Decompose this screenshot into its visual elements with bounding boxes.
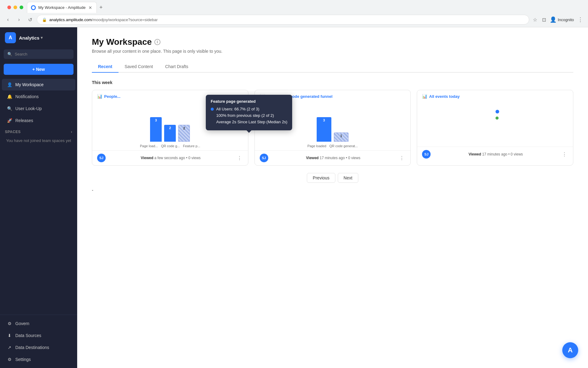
chevron-down-icon: ▾: [41, 36, 43, 40]
page-subtitle: Browse all your content in one place. Th…: [92, 49, 573, 54]
tooltip: Feature page generated All Users: 66.7% …: [206, 95, 292, 130]
gear-icon: ⚙: [7, 357, 12, 362]
address-bar-icons: ☆ ⊡ 👤 Incognito ⋮: [532, 15, 584, 24]
card-2-labels: Page loaded QR code generat...: [255, 143, 411, 150]
card-3-labels: [417, 143, 573, 147]
card-1-title[interactable]: People...: [104, 94, 120, 99]
rocket-icon: 🚀: [7, 118, 12, 123]
tooltip-row-2: 100% from previous step (2 of 2): [211, 113, 287, 118]
reload-button[interactable]: ↺: [26, 15, 34, 24]
page-header: My Workspace i Browse all your content i…: [92, 37, 573, 54]
card-3-footer-left: SJ: [422, 150, 431, 159]
app: A Analytics ▾ 🔍 Search + New 👤 My Worksp…: [0, 27, 588, 368]
address-bar: ‹ › ↺ 🔒 analytics.amplitude.com/moodjoy/…: [0, 13, 588, 27]
card-3-more-button[interactable]: ⋮: [561, 150, 568, 159]
cards-grid: 📊 People... 3 2 2: [92, 90, 573, 166]
sidebar-item-settings[interactable]: ⚙ Settings: [2, 354, 75, 365]
page-title: My Workspace i: [92, 37, 573, 47]
chart-icon-3: 📊: [422, 94, 427, 99]
sidebar-bottom: ⚙ Govern ⬇ Data Sources ↗ Data Destinati…: [0, 315, 77, 368]
data-sources-icon: ⬇: [7, 333, 12, 338]
bookmark-button[interactable]: ☆: [532, 16, 538, 24]
sidebar-logo[interactable]: A: [5, 32, 16, 43]
chart-icon: 📊: [97, 94, 102, 99]
bar-feature-page: 2: [178, 125, 190, 142]
sidebar-item-data-destinations[interactable]: ↗ Data Destinations: [2, 342, 75, 353]
back-button[interactable]: ‹: [4, 15, 12, 24]
tab-favicon: [31, 5, 36, 10]
sidebar-item-user-lookup[interactable]: 🔍 User Look-Up: [2, 103, 75, 114]
chevron-right-icon: ›: [71, 130, 73, 134]
data-destinations-icon: ↗: [7, 345, 12, 350]
sidebar-item-releases[interactable]: 🚀 Releases: [2, 115, 75, 126]
search-icon: 🔍: [7, 52, 12, 56]
browser-chrome: My Workspace - Amplitude ✕ + ‹ › ↺ 🔒 ana…: [0, 0, 588, 27]
card-2-viewed: Viewed 17 minutes ago • 0 views: [306, 156, 360, 160]
card-1-labels: Page load... QR code g... Feature p...: [92, 143, 248, 150]
sidebar-item-my-workspace[interactable]: 👤 My Workspace: [2, 79, 75, 90]
window-maximize-btn[interactable]: [20, 6, 23, 9]
card-all-events: 📊 All events today: [417, 90, 573, 166]
avatar-3: SJ: [422, 150, 431, 159]
card-2-footer-left: SJ: [260, 154, 268, 162]
tooltip-row-1: All Users: 66.7% (2 of 3): [211, 107, 287, 111]
user-search-icon: 🔍: [7, 106, 12, 111]
window-minimize-btn[interactable]: [13, 6, 17, 9]
tooltip-title: Feature page generated: [211, 99, 287, 104]
new-tab-button[interactable]: +: [97, 3, 105, 12]
new-button[interactable]: + New: [4, 64, 74, 75]
content-tabs: Recent Saved Content Chart Drafts: [92, 61, 573, 73]
sidebar-item-notifications[interactable]: 🔔 Notifications: [2, 91, 75, 102]
tab-close-btn[interactable]: ✕: [88, 5, 93, 11]
previous-button[interactable]: Previous: [307, 173, 335, 183]
address-input[interactable]: 🔒 analytics.amplitude.com/moodjoy/worksp…: [37, 15, 529, 25]
person-icon: 👤: [7, 82, 12, 87]
browser-menu-button[interactable]: ⋮: [576, 15, 584, 24]
bar-page-loaded: 3: [150, 117, 162, 142]
sidebar-app-name[interactable]: Analytics ▾: [19, 35, 43, 40]
bar-qr-generated: 1: [334, 132, 349, 142]
card-2-footer: SJ Viewed 17 minutes ago • 0 views ⋮: [255, 150, 411, 165]
info-icon[interactable]: i: [154, 39, 160, 45]
sidebar: A Analytics ▾ 🔍 Search + New 👤 My Worksp…: [0, 27, 77, 368]
dot-green: [496, 117, 499, 120]
tooltip-row-3: Average 2s Since Last Step (Median 2s): [211, 120, 287, 124]
sidebar-header: A Analytics ▾: [0, 27, 77, 48]
card-3-chart: [417, 100, 573, 143]
dot-blue: [496, 110, 499, 113]
card-1-more-button[interactable]: ⋮: [236, 154, 243, 162]
bell-icon: 🔔: [7, 94, 12, 99]
tab-recent[interactable]: Recent: [92, 61, 119, 73]
tab-saved-content[interactable]: Saved Content: [119, 61, 159, 73]
bar-qr-code: 2: [164, 125, 176, 142]
forward-button[interactable]: ›: [15, 15, 23, 24]
tooltip-dot: [211, 108, 214, 111]
avatar: SJ: [97, 154, 106, 162]
card-2-more-button[interactable]: ⋮: [398, 154, 405, 162]
search-bar[interactable]: 🔍 Search: [4, 49, 74, 59]
spaces-section-header[interactable]: SPACES ›: [0, 127, 77, 135]
active-tab[interactable]: My Workspace - Amplitude ✕: [27, 2, 97, 13]
pagination: Previous Next: [92, 173, 573, 183]
sidebar-item-govern[interactable]: ⚙ Govern: [2, 318, 75, 329]
bar-page-loaded-2: 3: [317, 117, 331, 142]
dash-separator: -: [92, 188, 573, 193]
sidebar-item-data-sources[interactable]: ⬇ Data Sources: [2, 330, 75, 341]
window-controls: [4, 3, 27, 12]
main-content: My Workspace i Browse all your content i…: [77, 27, 588, 368]
next-button[interactable]: Next: [338, 173, 358, 183]
sidebar-nav: 👤 My Workspace 🔔 Notifications 🔍 User Lo…: [0, 77, 77, 315]
tooltip-pointer: [247, 130, 251, 133]
card-3-title[interactable]: All events today: [429, 94, 460, 99]
card-3-footer: SJ Viewed 17 minutes ago • 0 views ⋮: [417, 147, 573, 162]
card-1-viewed: Viewed a few seconds ago • 0 views: [141, 156, 201, 160]
window-close-btn[interactable]: [7, 6, 11, 9]
tab-chart-drafts[interactable]: Chart Drafts: [159, 61, 194, 73]
card-1-footer-left: SJ: [97, 154, 106, 162]
govern-icon: ⚙: [7, 321, 12, 326]
fab-button[interactable]: A: [562, 342, 578, 358]
tab-bar: My Workspace - Amplitude ✕ +: [0, 0, 588, 13]
split-button[interactable]: ⊡: [541, 16, 547, 24]
section-title: This week: [92, 80, 573, 85]
url-display: analytics.amplitude.com/moodjoy/workspac…: [49, 17, 158, 22]
